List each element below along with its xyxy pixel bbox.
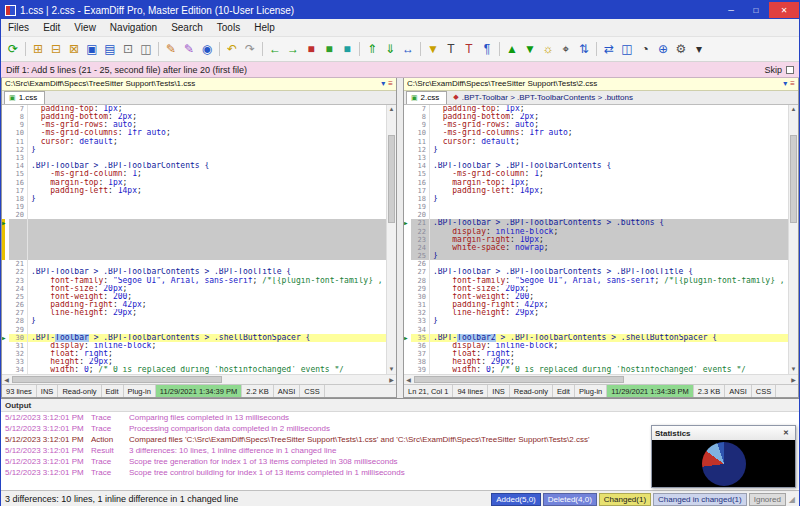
code-line[interactable]: 23 font-family: "Segoe UI", Arial, sans-… bbox=[2, 277, 386, 285]
code-line[interactable]: 12} bbox=[2, 146, 386, 154]
scroll-down-icon[interactable]: ▼ bbox=[521, 40, 539, 58]
code-line[interactable]: ▶21.BPT-Toolbar > .BPT-ToolbarContents >… bbox=[404, 219, 788, 227]
open-second-file-icon[interactable]: ⊠ bbox=[65, 40, 83, 58]
code-line[interactable]: 14.BPT-Toolbar > .BPT-ToolbarContents { bbox=[2, 162, 386, 170]
save-icon[interactable]: ▣ bbox=[83, 40, 101, 58]
edit-second-file-icon[interactable]: ✎ bbox=[180, 40, 198, 58]
code-line[interactable]: 29 font-size: 20px; bbox=[404, 285, 788, 293]
code-line[interactable]: 32 float: right; bbox=[2, 350, 386, 358]
close-button[interactable]: ✕ bbox=[769, 2, 799, 18]
code-line[interactable]: 14.BPT-Toolbar > .BPT-ToolbarContents { bbox=[404, 162, 788, 170]
swap-panes-icon[interactable]: ⇄ bbox=[600, 40, 618, 58]
code-line[interactable]: 20 bbox=[2, 211, 386, 219]
next-diff-icon[interactable]: → bbox=[284, 40, 302, 58]
synchronize-scrolling-icon[interactable]: ⇅ bbox=[575, 40, 593, 58]
show-added-blocks-icon[interactable]: ■ bbox=[320, 40, 338, 58]
code-line[interactable]: 18} bbox=[404, 195, 788, 203]
menu-files[interactable]: Files bbox=[1, 20, 36, 35]
code-line[interactable]: 37 float: right; bbox=[404, 350, 788, 358]
scroll-right-arrow[interactable]: ▶ bbox=[789, 376, 798, 383]
code-line[interactable]: 24 font-size: 20px; bbox=[2, 285, 386, 293]
code-line[interactable] bbox=[2, 228, 386, 236]
code-line[interactable]: 34 bbox=[404, 326, 788, 334]
open-first-file-icon[interactable]: ⊟ bbox=[47, 40, 65, 58]
code-line[interactable]: 9 -ms-grid-rows: auto; bbox=[404, 121, 788, 129]
code-line[interactable]: 24 white-space: nowrap; bbox=[404, 244, 788, 252]
resize-grip[interactable]: ◢ bbox=[789, 495, 795, 504]
menu-edit[interactable]: Edit bbox=[36, 20, 67, 35]
code-line[interactable]: 28} bbox=[2, 317, 386, 325]
code-line[interactable]: ▶30.BPT-Toolbar > .BPT-ToolbarContents >… bbox=[2, 334, 386, 342]
statistics-close-icon[interactable]: ✕ bbox=[780, 429, 792, 437]
code-line[interactable]: 13 bbox=[404, 154, 788, 162]
last-diff-icon[interactable]: ⇓ bbox=[381, 40, 399, 58]
right-path-bar[interactable]: C:\Src\ExamDiff\Specs\TreeSitter Support… bbox=[404, 78, 798, 91]
code-line[interactable]: 17 padding-left: 14px; bbox=[404, 187, 788, 195]
menu-tools[interactable]: Tools bbox=[210, 20, 247, 35]
find-icon[interactable]: ◉ bbox=[198, 40, 216, 58]
right-file-tab[interactable]: ▣ 2.css bbox=[406, 91, 447, 104]
code-line[interactable]: 15 -ms-grid-column: 1; bbox=[2, 170, 386, 178]
scope-breadcrumb[interactable]: ◆ .BPT-Toolbar > .BPT-ToolbarContents > … bbox=[447, 91, 639, 104]
code-line[interactable]: 21 bbox=[2, 260, 386, 268]
code-line[interactable] bbox=[2, 236, 386, 244]
code-line[interactable]: 38 height: 29px; bbox=[404, 358, 788, 366]
scroll-up-icon[interactable]: ▲ bbox=[503, 40, 521, 58]
save-as-icon[interactable]: ▤ bbox=[101, 40, 119, 58]
code-line[interactable]: 8 padding-bottom: 2px; bbox=[2, 113, 386, 121]
compare-dropdown-icon[interactable]: ▾ bbox=[381, 79, 385, 88]
output-row[interactable]: 5/12/2023 3:12:01 PMTraceComparing files… bbox=[1, 412, 799, 423]
code-line[interactable]: 33} bbox=[404, 317, 788, 325]
code-line[interactable]: 33 height: 29px; bbox=[2, 358, 386, 366]
code-line[interactable]: 25 font-weight: 200; bbox=[2, 293, 386, 301]
previous-diff-icon[interactable]: ← bbox=[266, 40, 284, 58]
plugins-icon[interactable]: ⊕ bbox=[654, 40, 672, 58]
code-line[interactable]: 7 padding-top: 1px; bbox=[404, 105, 788, 113]
options-icon[interactable]: ⚙ bbox=[672, 40, 690, 58]
code-line[interactable]: 15 -ms-grid-column: 1; bbox=[404, 170, 788, 178]
code-line[interactable]: 8 padding-bottom: 2px; bbox=[404, 113, 788, 121]
code-line[interactable]: ▶ bbox=[2, 219, 386, 227]
badge-deleted[interactable]: Deleted(4,0) bbox=[543, 493, 597, 506]
code-line[interactable]: ▶35.BPT-Toolbar2 > .BPT-ToolbarContents … bbox=[404, 334, 788, 342]
code-line[interactable]: 26 bbox=[404, 260, 788, 268]
file-options-icon[interactable]: ≡ bbox=[388, 79, 393, 88]
edit-first-file-icon[interactable]: ✎ bbox=[162, 40, 180, 58]
open-files-icon[interactable]: ⊞ bbox=[29, 40, 47, 58]
code-line[interactable]: 18} bbox=[2, 195, 386, 203]
code-line[interactable]: 11 cursor: default; bbox=[2, 138, 386, 146]
code-line[interactable]: 7 padding-top: 1px; bbox=[2, 105, 386, 113]
code-line[interactable]: 10 -ms-grid-columns: 1fr auto; bbox=[404, 129, 788, 137]
code-line[interactable]: 27.BPT-Toolbar > .BPT-ToolbarContents > … bbox=[404, 268, 788, 276]
code-line[interactable]: 22 display: inline-block; bbox=[404, 228, 788, 236]
skip-checkbox[interactable] bbox=[786, 66, 794, 74]
filter-icon[interactable]: ▼ bbox=[424, 40, 442, 58]
recompare-icon[interactable]: ⟳ bbox=[4, 40, 22, 58]
show-changed-blocks-icon[interactable]: ■ bbox=[338, 40, 356, 58]
code-line[interactable]: 19 bbox=[2, 203, 386, 211]
left-file-tab[interactable]: ▣ 1.css bbox=[4, 91, 45, 104]
code-line[interactable]: 22.BPT-Toolbar > .BPT-ToolbarContents > … bbox=[2, 268, 386, 276]
code-line[interactable]: 29 bbox=[2, 326, 386, 334]
title-bar[interactable]: 1.css | 2.css - ExamDiff Pro, Master Edi… bbox=[1, 1, 799, 19]
code-line[interactable]: 9 -ms-grid-rows: auto; bbox=[2, 121, 386, 129]
left-vertical-scrollbar[interactable]: ▲ ▼ bbox=[386, 105, 396, 374]
badge-changed[interactable]: Changed(1) bbox=[599, 493, 651, 506]
code-line[interactable]: 28 font-family: "Segoe UI", Arial, sans-… bbox=[404, 277, 788, 285]
code-line[interactable]: 25} bbox=[404, 252, 788, 260]
scroll-left-arrow[interactable]: ◀ bbox=[2, 376, 11, 383]
code-line[interactable]: 20 bbox=[404, 211, 788, 219]
print-icon[interactable]: ⊡ bbox=[119, 40, 137, 58]
ignore-case-icon[interactable]: T bbox=[442, 40, 460, 58]
scroll-down-arrow[interactable]: ▼ bbox=[387, 365, 396, 374]
maximize-button[interactable]: □ bbox=[744, 2, 768, 18]
scroll-up-arrow[interactable]: ▲ bbox=[387, 105, 396, 114]
scroll-down-arrow[interactable]: ▼ bbox=[789, 365, 798, 374]
code-line[interactable]: 30 font-weight: 200; bbox=[404, 293, 788, 301]
code-line[interactable]: 16 margin-top: 1px; bbox=[2, 179, 386, 187]
menu-help[interactable]: Help bbox=[247, 20, 282, 35]
word-wrap-icon[interactable]: ¶ bbox=[478, 40, 496, 58]
code-line[interactable] bbox=[2, 244, 386, 252]
left-code-editor[interactable]: 7 padding-top: 1px;8 padding-bottom: 2px… bbox=[2, 105, 386, 374]
highlight-inline-icon[interactable]: ☼ bbox=[539, 40, 557, 58]
